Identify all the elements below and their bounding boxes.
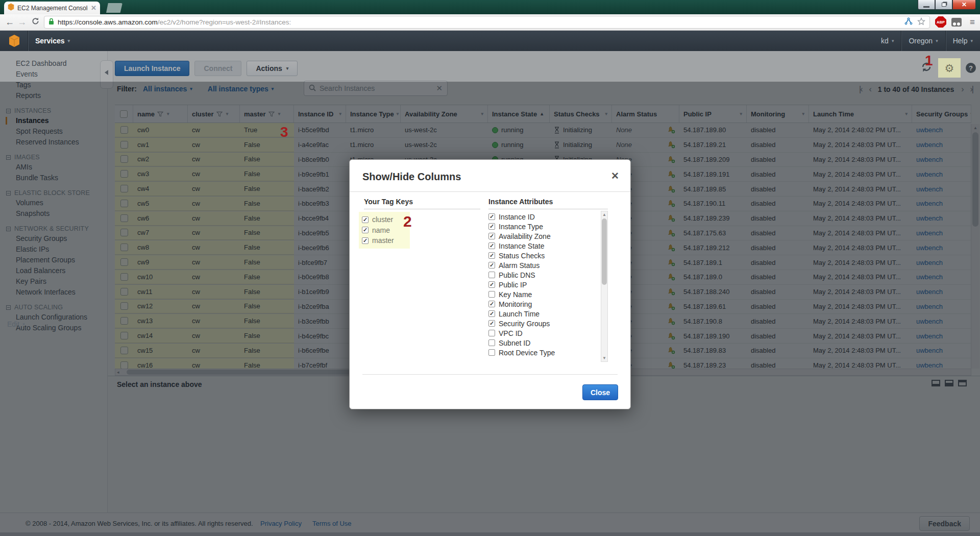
window-close-button[interactable]: ✕	[952, 0, 976, 10]
tag-key-cluster[interactable]: cluster	[362, 214, 407, 225]
window-minimize-button[interactable]	[918, 0, 935, 10]
adblock-icon[interactable]: ABP	[935, 16, 946, 28]
tag-key-master[interactable]: master	[362, 235, 407, 246]
attribute-subnet-id[interactable]: Subnet ID	[488, 338, 597, 348]
services-menu[interactable]: Services▾	[28, 31, 77, 51]
annotation-step-1: 1	[925, 53, 933, 69]
checkbox-icon[interactable]	[488, 213, 495, 220]
https-lock-icon	[48, 18, 54, 27]
address-bar[interactable]: https://console.aws.amazon.com/ec2/v2/ho…	[44, 16, 930, 29]
checkbox-icon[interactable]	[488, 339, 495, 346]
browser-tab-strip: EC2 Management Console ✕ ✕	[0, 0, 980, 14]
close-button[interactable]: Close	[582, 384, 618, 400]
attribute-monitoring[interactable]: Monitoring	[488, 299, 597, 309]
new-tab-button[interactable]	[106, 3, 122, 13]
checkbox-icon[interactable]	[488, 320, 495, 327]
show-hide-columns-gear-button[interactable]: ⚙	[938, 58, 961, 78]
browser-tab[interactable]: EC2 Management Console ✕	[4, 2, 100, 14]
attribute-public-ip[interactable]: Public IP	[488, 280, 597, 289]
attributes-scrollbar-thumb[interactable]	[602, 218, 607, 285]
checkbox-icon[interactable]	[488, 310, 495, 317]
attribute-instance-state[interactable]: Instance State	[488, 241, 597, 251]
attribute-availability-zone[interactable]: Availability Zone	[488, 231, 597, 241]
checkbox-icon[interactable]	[362, 216, 369, 223]
checkbox-icon[interactable]	[488, 223, 495, 230]
browser-menu-icon[interactable]: ≡	[970, 18, 975, 27]
attribute-root-device-type[interactable]: Root Device Type	[488, 348, 597, 357]
checkbox-icon[interactable]	[362, 237, 369, 244]
checkbox-icon[interactable]	[488, 272, 495, 278]
region-menu[interactable]: Oregon▾	[901, 31, 945, 51]
checkbox-icon[interactable]	[488, 233, 495, 239]
checkbox-icon[interactable]	[488, 330, 495, 336]
aws-navbar: Services▾ Edit▾ kd▾ Oregon▾ Help▾	[0, 31, 980, 51]
checkbox-icon[interactable]	[488, 281, 495, 288]
checkbox-icon[interactable]	[488, 301, 495, 307]
attribute-status-checks[interactable]: Status Checks	[488, 251, 597, 260]
dialog-title: Show/Hide Columns	[362, 171, 461, 183]
extension-icon[interactable]	[951, 18, 962, 27]
annotation-step-3: 3	[280, 124, 288, 140]
aws-logo[interactable]	[9, 34, 20, 47]
reload-button[interactable]	[30, 16, 41, 29]
gear-icon: ⚙	[945, 63, 954, 74]
dialog-close-icon[interactable]: ✕	[611, 170, 619, 182]
checkbox-icon[interactable]	[488, 262, 495, 269]
user-menu[interactable]: kd▾	[874, 31, 901, 51]
attribute-vpc-id[interactable]: VPC ID	[488, 328, 597, 338]
checkbox-icon[interactable]	[488, 252, 495, 259]
annotation-step-2: 2	[403, 213, 412, 230]
checkbox-icon[interactable]	[488, 291, 495, 298]
attributes-scrollbar[interactable]: ▲ ▼	[601, 211, 608, 362]
attribute-security-groups[interactable]: Security Groups	[488, 319, 597, 328]
show-hide-columns-dialog: Show/Hide Columns ✕ Your Tag Keys cluste…	[349, 159, 631, 409]
instance-attributes-header: Instance Attributes	[488, 198, 553, 206]
browser-toolbar: ← → https://console.aws.amazon.com/ec2/v…	[0, 14, 980, 31]
checkbox-icon[interactable]	[488, 349, 495, 356]
checkbox-icon[interactable]	[488, 242, 495, 249]
url-text: https://console.aws.amazon.com/ec2/v2/ho…	[58, 18, 900, 26]
window-restore-button[interactable]	[935, 0, 952, 10]
forward-button[interactable]: →	[16, 16, 28, 29]
help-menu[interactable]: Help▾	[946, 31, 980, 51]
tab-close-icon[interactable]: ✕	[91, 5, 96, 11]
extension-page-icon[interactable]	[904, 17, 914, 27]
attribute-launch-time[interactable]: Launch Time	[488, 309, 597, 319]
instance-attributes-list: Instance IDInstance TypeAvailability Zon…	[488, 212, 597, 357]
back-button[interactable]: ←	[4, 16, 15, 29]
tag-key-name[interactable]: name	[362, 225, 407, 236]
attribute-instance-id[interactable]: Instance ID	[488, 212, 597, 222]
bookmark-star-icon[interactable]	[917, 17, 925, 28]
attribute-instance-type[interactable]: Instance Type	[488, 222, 597, 231]
attribute-key-name[interactable]: Key Name	[488, 289, 597, 299]
checkbox-icon[interactable]	[362, 227, 369, 233]
attribute-alarm-status[interactable]: Alarm Status	[488, 260, 597, 270]
tab-title: EC2 Management Console	[17, 5, 88, 12]
tag-keys-list: clusternamemaster	[359, 212, 410, 249]
attribute-public-dns[interactable]: Public DNS	[488, 270, 597, 280]
aws-favicon	[8, 3, 14, 13]
tag-keys-header: Your Tag Keys	[364, 198, 413, 206]
